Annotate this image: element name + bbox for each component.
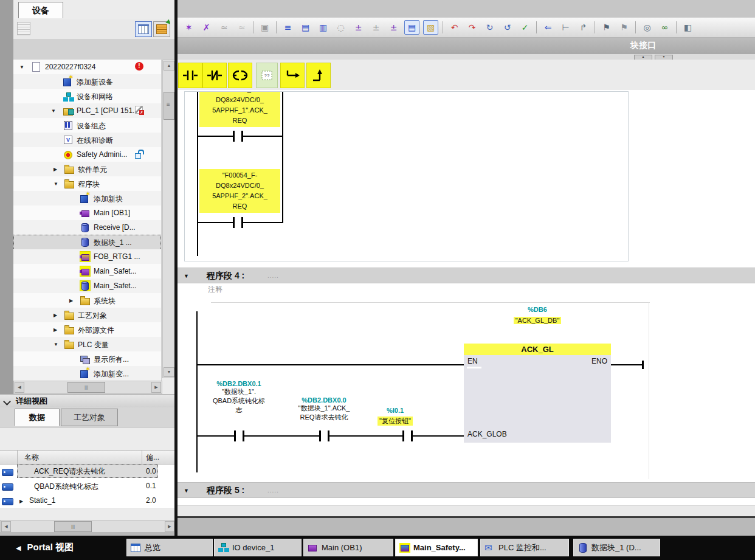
tree-item-add-new-block[interactable]: 添加新块 <box>13 191 161 206</box>
no-contact[interactable] <box>402 430 404 441</box>
update-block-calls-icon[interactable]: ↻ <box>483 21 497 34</box>
paste-icon[interactable]: ▣ <box>258 21 272 34</box>
scroll-left-icon[interactable]: ◀ <box>15 382 24 393</box>
insert-row-icon[interactable]: ≈ <box>217 21 231 34</box>
network4-header[interactable]: ▼ 程序段 4 : ..... <box>178 268 755 283</box>
detail-horizontal-scrollbar[interactable]: ◀ ▶ <box>0 520 176 533</box>
tree-horizontal-scrollbar[interactable]: ◀ ▶ <box>13 381 162 394</box>
expander-icon[interactable]: ▶ <box>69 298 73 303</box>
scroll-right-icon[interactable]: ▶ <box>151 382 161 393</box>
tree-item-external-sources[interactable]: ▶外部源文件 <box>13 322 161 337</box>
no-contact[interactable] <box>234 430 236 441</box>
tree-item-receive-db[interactable]: Receive [D... <box>13 220 161 235</box>
network4-comment[interactable]: 注释 <box>208 285 222 295</box>
tree-filter-icon[interactable] <box>17 22 30 35</box>
pin-ack-glob[interactable]: ACK_GLOB <box>467 430 507 438</box>
detail-row[interactable]: QBAD系统钝化标志0.1 <box>0 479 174 494</box>
expander-icon[interactable]: ▶ <box>53 327 57 333</box>
next-bookmark-icon[interactable]: ⚑ <box>617 21 631 34</box>
scroll-right-icon[interactable]: ▶ <box>165 521 174 532</box>
tree-item-tech-objects[interactable]: ▶工艺对象 <box>13 308 161 323</box>
tree-item-main-safety-db[interactable]: Main_Safet... <box>13 278 161 294</box>
tree-item-software-units[interactable]: ▶软件单元 <box>13 162 161 177</box>
monitoring-icon[interactable]: ∞ <box>658 21 672 34</box>
expander-icon[interactable]: ▼ <box>53 181 58 187</box>
ack-gl-function-block[interactable]: ACK_GL EN ENO ACK_GLOB <box>464 344 611 443</box>
contact-ackreq-label[interactable]: %DB2.DBX0.0 "数据块_1".ACK_ REQ请求去钝化 <box>281 396 367 422</box>
tree-item-project[interactable]: ▼20220227f0324 <box>13 60 161 75</box>
collapse-chevron-icon[interactable] <box>3 398 11 406</box>
absolute-operands-icon[interactable]: ± <box>351 21 365 34</box>
both-operands-icon[interactable]: ± <box>387 21 401 34</box>
expander-icon[interactable]: ▼ <box>19 64 24 70</box>
no-contact[interactable] <box>241 131 243 142</box>
symbolic-operands-icon[interactable]: ± <box>369 21 383 34</box>
network5-header[interactable]: ▼ 程序段 5 : ..... <box>178 482 755 498</box>
tree-item-data-block-1[interactable]: 数据块_1 ... <box>13 235 161 250</box>
operand-label-f2-ack-req[interactable]: "F00054_F- DQ8x24VDC/0_ 5APPHF_2".ACK_ R… <box>199 169 280 213</box>
expand-networks-icon[interactable]: ≡ <box>281 21 295 34</box>
taskbar-button-io-device[interactable]: IO device_1 <box>214 539 302 556</box>
call-environment-icon[interactable]: ⊢ <box>559 21 573 34</box>
tree-vertical-scrollbar[interactable]: ▲ ▼ <box>162 60 176 378</box>
empty-box-button[interactable]: ?? <box>256 63 278 88</box>
contact-qbad-label[interactable]: %DB2.DBX0.1 "数据块_1". QBAD系统钝化标 志 <box>196 380 281 415</box>
tab-data[interactable]: 数据 <box>15 409 60 426</box>
taskbar-button-data-block-1[interactable]: 数据块_1 (D... <box>573 539 660 556</box>
data-retention-icon[interactable]: ◧ <box>681 21 695 34</box>
operand-label-f1-ack-req[interactable]: "F00054_F- DQ8x24VDC/0_ 5APPHF_1".ACK_ R… <box>199 91 280 127</box>
collapse-network-icon[interactable]: ▼ <box>184 273 189 279</box>
expander-icon[interactable]: ▶ <box>53 313 57 318</box>
tree-item-main-ob1[interactable]: Main [OB1] <box>13 206 161 221</box>
tree-scroll-thumb[interactable] <box>164 92 174 120</box>
tab-devices[interactable]: 设备 <box>18 2 63 18</box>
tree-item-plc-tags[interactable]: ▼PLC 变量 <box>13 337 161 352</box>
detail-row[interactable]: ACK_REQ请求去钝化0.0 <box>0 465 174 480</box>
db-name-label[interactable]: "ACK_GL_DB" <box>514 317 562 324</box>
taskbar-button-main-safety[interactable]: Main_Safety... <box>395 539 478 556</box>
nc-contact-button[interactable] <box>202 63 227 88</box>
tree-item-device-config[interactable]: 设备组态 <box>13 118 161 133</box>
no-contact[interactable] <box>319 430 321 441</box>
tree-item-safety-admin[interactable]: Safety Admini... <box>13 147 161 162</box>
tree-item-main-safety-fb[interactable]: Main_Safet... <box>13 264 161 279</box>
pin-eno[interactable]: ENO <box>591 357 607 365</box>
detail-view-header[interactable]: 详细视图 <box>0 394 174 408</box>
taskbar-button-overview[interactable]: 总览 <box>126 539 213 556</box>
pin-en[interactable]: EN <box>467 357 478 365</box>
instance-db-label[interactable]: %DB6 "ACK_GL_DB" <box>501 306 574 325</box>
delete-row-icon[interactable]: ≈ <box>235 21 249 34</box>
contact-reset-label[interactable]: %I0.1 "复位按钮" <box>356 407 434 426</box>
tab-technology-objects[interactable]: 工艺对象 <box>61 409 118 426</box>
scroll-down-icon[interactable]: ▼ <box>164 367 174 377</box>
open-branch-button[interactable] <box>280 63 305 88</box>
delete-network-icon[interactable]: ✗ <box>199 21 213 34</box>
tree-item-online-diagnostics[interactable]: 在线和诊断 <box>13 133 161 148</box>
taskbar-button-plc-monitor[interactable]: ✉PLC 监控和... <box>480 539 569 556</box>
scroll-up-icon[interactable]: ▲ <box>164 61 174 71</box>
close-branch-button[interactable] <box>306 63 331 88</box>
no-contact[interactable] <box>233 131 235 142</box>
insert-network-icon[interactable]: ✶ <box>182 21 196 34</box>
scroll-left-icon[interactable]: ◀ <box>1 521 11 532</box>
tree-item-plc-1[interactable]: ▼PLC_1 [CPU 151... <box>13 103 161 119</box>
detail-hscroll-thumb[interactable] <box>54 521 92 532</box>
tree-item-show-all-tags[interactable]: 显示所有... <box>13 351 161 367</box>
find-replace-icon[interactable]: ◎ <box>640 21 654 34</box>
collapse-network-icon[interactable]: ▼ <box>184 488 189 494</box>
expander-icon[interactable]: ▼ <box>53 342 58 347</box>
consistency-check-icon[interactable]: ✓ <box>518 21 532 34</box>
no-contact[interactable] <box>233 217 235 228</box>
refresh-interface-icon[interactable]: ↺ <box>500 21 514 34</box>
goto-definition-icon[interactable]: ⇐ <box>541 21 555 34</box>
tree-item-devices-networks[interactable]: 设备和网络 <box>13 89 161 104</box>
expander-icon[interactable]: ▼ <box>51 108 56 114</box>
tree-item-add-new-device[interactable]: 添加新设备 <box>13 74 161 89</box>
network-comments-icon[interactable]: ◌ <box>334 21 348 34</box>
next-error-icon[interactable]: ↷ <box>465 21 479 34</box>
no-contact[interactable] <box>241 217 243 228</box>
tree-view-button[interactable] <box>135 21 152 37</box>
tree-item-system-blocks[interactable]: ▶系统块 <box>13 293 161 308</box>
taskbar-button-main-ob1[interactable]: Main (OB1) <box>303 539 393 556</box>
previous-bookmark-icon[interactable]: ⚑ <box>599 21 613 34</box>
